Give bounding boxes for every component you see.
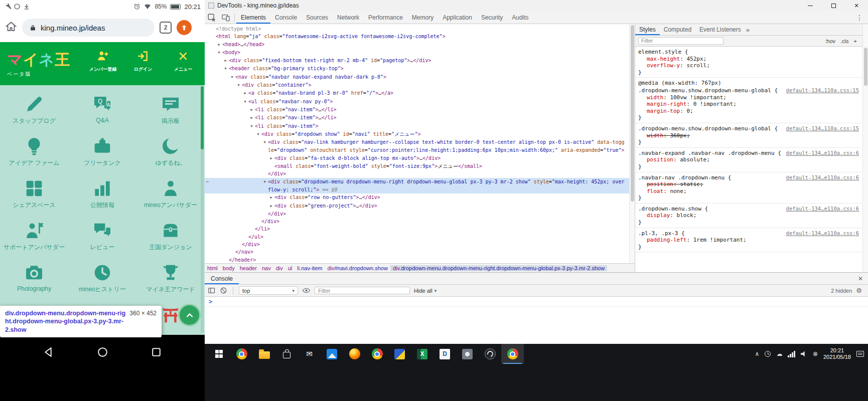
css-selector[interactable]: element.style { [638, 49, 688, 55]
log-levels-button[interactable]: Hide all ▾ [414, 288, 437, 294]
dom-node[interactable]: </nav> [205, 248, 635, 256]
breadcrumb-item[interactable]: div.dropdown-menu.dropdown-menu-right.dr… [390, 265, 607, 271]
menu-item[interactable]: マイネ王アワード [136, 259, 205, 301]
scroll-to-top-button[interactable] [178, 304, 201, 326]
styles-filter-input[interactable]: Filter [638, 37, 724, 45]
css-property[interactable]: width: 360px; [638, 132, 859, 139]
dom-node[interactable]: ▼<ul class="navbar-nav py-0"> [205, 98, 635, 106]
css-selector[interactable]: .pl-3, .px-3 { [638, 230, 685, 237]
document-app-icon[interactable]: D [433, 344, 456, 364]
css-property[interactable]: margin-top: 0; [638, 108, 859, 115]
taskbar-clock[interactable]: 20:21 2021/05/18 [823, 347, 851, 360]
maximize-button[interactable] [822, 0, 845, 11]
dom-node[interactable]: ▼<li class="nav-item"> [205, 122, 635, 130]
menu-item[interactable]: Photography [0, 259, 68, 301]
console-sidebar-icon[interactable] [208, 287, 216, 294]
overflow-tabs-icon[interactable]: » [746, 26, 750, 34]
breadcrumb-item[interactable]: body [220, 265, 237, 271]
menu-item[interactable]: 王国ダンジョン [136, 217, 205, 259]
dom-node[interactable]: ▼<header class="bg-primary sticky-top"> [205, 65, 635, 73]
dom-node[interactable]: ▼<div class="nav-link hamburger hamburge… [205, 138, 635, 154]
styles-scrollbar-thumb[interactable] [864, 48, 867, 86]
file-explorer-icon[interactable] [253, 344, 275, 364]
menu-item[interactable]: シェアスペース [0, 174, 68, 217]
stylesheet-link[interactable]: default-134…e110a.css:6 [786, 206, 859, 213]
breadcrumb-item[interactable]: div#navi.dropdown.show [325, 265, 390, 271]
menu-item[interactable]: スタッフブログ [0, 90, 68, 132]
tab-console[interactable]: Console [270, 12, 302, 24]
elements-scrollbar-thumb[interactable] [631, 25, 634, 202]
menu-item[interactable]: mineoヒストリー [68, 259, 136, 301]
tab-audits[interactable]: Audits [507, 12, 533, 24]
back-button[interactable] [43, 346, 55, 358]
dom-node[interactable]: </div> [205, 210, 635, 218]
dom-node[interactable]: </ul> [205, 233, 635, 241]
update-browser-button[interactable] [177, 20, 192, 35]
close-window-button[interactable]: ✕ [845, 0, 868, 11]
volume-icon[interactable] [801, 351, 807, 357]
hidden-icons-chevron-icon[interactable]: ∧ [755, 350, 760, 357]
game-app-icon[interactable] [388, 344, 411, 364]
stylesheet-link[interactable]: default-134…e110a.css:6 [786, 174, 859, 181]
tab-performance[interactable]: Performance [364, 12, 407, 24]
css-property[interactable]: position: absolute; [638, 156, 859, 163]
breadcrumb-item[interactable]: ul [285, 265, 295, 271]
css-property[interactable]: position: static; [638, 181, 859, 188]
dom-node[interactable]: <!doctype html> [205, 25, 635, 33]
device-toolbar-button[interactable] [219, 11, 233, 24]
dom-node[interactable]: ▼<div class="dropdown show" id="navi" ti… [205, 130, 635, 138]
tab-network[interactable]: Network [333, 12, 364, 24]
breadcrumb-item[interactable]: li.nav-item [295, 265, 325, 271]
menu-item[interactable]: 公開情報 [68, 174, 136, 217]
dom-node[interactable]: ▼<nav class="navbar navbar-expand navbar… [205, 73, 635, 81]
clear-console-icon[interactable] [220, 287, 227, 294]
chrome-1-icon[interactable] [230, 344, 253, 364]
live-expression-eye-icon[interactable] [302, 287, 311, 294]
toggle-pseudo-button[interactable]: :hov [825, 38, 835, 44]
minimize-button[interactable] [799, 0, 822, 11]
dom-node[interactable]: </div> [205, 170, 635, 177]
menu-item[interactable]: mineoアンバサダー [136, 174, 205, 217]
css-property[interactable]: padding-left: 1rem !important; [638, 237, 859, 244]
dom-node[interactable]: </li> [205, 225, 635, 233]
recents-button[interactable] [150, 346, 163, 358]
menu-item[interactable]: フリータンク [68, 132, 136, 174]
person-add-button[interactable]: メンバー登録 [85, 50, 120, 73]
css-selector[interactable]: .navbar-expand .navbar-nav .dropdown-men… [638, 150, 781, 156]
menu-item[interactable]: サポートアンバサダー [0, 217, 68, 259]
home-button[interactable] [96, 346, 109, 358]
firefox-icon[interactable] [343, 344, 366, 364]
devtools-menu-icon[interactable]: ⋮ [856, 14, 863, 22]
breadcrumb-item[interactable]: html [205, 265, 220, 271]
action-center-icon[interactable] [856, 351, 864, 357]
dom-node[interactable]: ▶<a class="navbar-brand pl-3 mr-0" href=… [205, 89, 635, 97]
start-button[interactable] [208, 344, 230, 364]
css-property[interactable]: margin-right: 0 !important; [638, 101, 859, 108]
dom-node[interactable]: </div> [205, 241, 635, 248]
tab-memory[interactable]: Memory [407, 12, 438, 24]
dom-node[interactable]: <small class="font-weight-bold" style="f… [205, 162, 635, 170]
sidebar-tab-computed[interactable]: Computed [660, 25, 695, 35]
dom-node[interactable]: ▶<div class="green-project">…</div> [205, 202, 635, 210]
dom-node[interactable]: ▶<head>…</head> [205, 41, 635, 49]
menu-scrollbar-thumb[interactable] [201, 86, 204, 149]
chrome-2-icon[interactable] [366, 344, 388, 364]
stylesheet-link[interactable]: default-134…e110a.css:6 [786, 230, 859, 237]
breadcrumb-item[interactable]: header [237, 265, 259, 271]
dom-node[interactable]: ▶<li class="nav-item">…</li> [205, 114, 635, 122]
menu-item[interactable]: レビュー [68, 217, 136, 259]
console-prompt[interactable]: > [205, 297, 868, 307]
photo-viewer-icon[interactable] [456, 344, 479, 364]
new-style-rule-button[interactable]: + [854, 38, 857, 44]
context-selector[interactable]: top ▾ [239, 286, 298, 295]
dom-node[interactable]: ▶<div class="fixed-bottom text-right mr-… [205, 57, 635, 65]
mail-icon[interactable]: ✉ [298, 344, 321, 364]
toggle-class-button[interactable]: .cls [840, 38, 849, 44]
menu-item[interactable]: QAQ&A [68, 90, 136, 132]
stylesheet-link[interactable]: default-134…e110a.css:6 [786, 150, 859, 157]
home-icon[interactable] [5, 21, 17, 35]
url-field[interactable]: king.mineo.jp/ideas [22, 19, 155, 37]
tab-console-drawer[interactable]: Console [205, 273, 239, 284]
login-button[interactable]: ログイン [125, 50, 161, 73]
sidebar-tab-styles[interactable]: Styles [635, 25, 660, 35]
